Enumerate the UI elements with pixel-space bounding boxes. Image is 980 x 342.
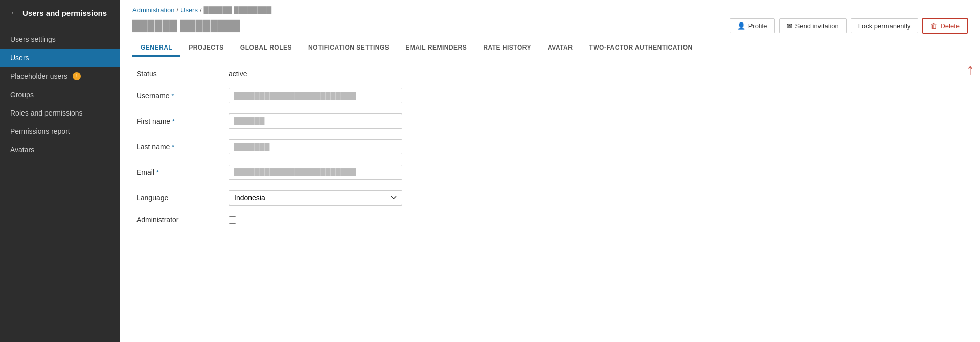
lock-permanently-button[interactable]: Lock permanently [851,18,919,33]
username-row: Username * [136,88,964,103]
sidebar-item-users[interactable]: Users [0,49,120,67]
breadcrumb: Administration / Users / ██████ ████████ [132,6,968,14]
sidebar-item-placeholder-users[interactable]: Placeholder users ! [0,67,120,85]
sidebar-item-avatars[interactable]: Avatars [0,141,120,159]
status-row: Status active [136,70,964,78]
envelope-icon: ✉ [787,22,792,30]
sidebar-item-permissions-report[interactable]: Permissions report [0,122,120,141]
email-row: Email * [136,165,964,180]
breadcrumb-current-user: ██████ ████████ [204,6,272,14]
sidebar-item-label: Users settings [10,35,56,43]
sidebar-nav: Users settings Users Placeholder users !… [0,26,120,342]
tab-projects[interactable]: PROJECTS [180,40,232,57]
breadcrumb-administration[interactable]: Administration [132,6,174,14]
sidebar-title-text: Users and permissions [22,9,107,17]
email-field[interactable] [229,165,402,180]
lastname-label: Last name * [136,143,229,151]
language-label: Language [136,194,229,202]
sidebar-item-label: Roles and permissions [10,109,83,117]
language-select[interactable]: Indonesia English Spanish French German [229,190,402,206]
header-actions: 👤 Profile ✉ Send invitation Lock permane… [730,18,968,34]
tab-notification-settings[interactable]: NOTIFICATION SETTINGS [300,40,397,57]
sidebar-title-area: ← Users and permissions [0,0,120,26]
tab-avatar[interactable]: AVATAR [539,40,581,57]
lastname-row: Last name * [136,139,964,154]
tab-two-factor-auth[interactable]: TWO-FACTOR AUTHENTICATION [581,40,700,57]
delete-label: Delete [940,22,960,30]
person-icon: 👤 [737,22,745,30]
content-header: Administration / Users / ██████ ████████… [120,0,980,57]
main-content: Administration / Users / ██████ ████████… [120,0,980,342]
delete-button[interactable]: 🗑 Delete [922,18,968,34]
page-title: ██████ ████████ [132,20,240,32]
lastname-field[interactable] [229,139,402,154]
administrator-row: Administrator [136,216,964,224]
username-field[interactable] [229,88,402,103]
send-invitation-label: Send invitation [795,22,839,30]
tab-email-reminders[interactable]: EMAIL REMINDERS [397,40,475,57]
sidebar-item-groups[interactable]: Groups [0,85,120,104]
language-row: Language Indonesia English Spanish Frenc… [136,190,964,206]
profile-label: Profile [748,22,767,30]
sidebar-item-users-settings[interactable]: Users settings [0,30,120,49]
breadcrumb-users[interactable]: Users [180,6,198,14]
email-label: Email * [136,168,229,176]
status-value: active [229,70,247,78]
back-icon[interactable]: ← [10,8,18,17]
sidebar-item-label: Avatars [10,146,34,154]
status-label: Status [136,70,229,78]
administrator-label: Administrator [136,216,229,224]
tabs: GENERAL PROJECTS GLOBAL ROLES NOTIFICATI… [132,40,968,57]
firstname-row: First name * [136,113,964,129]
sidebar-item-roles-permissions[interactable]: Roles and permissions [0,104,120,122]
sidebar-item-label: Permissions report [10,127,70,135]
trash-icon: 🗑 [930,22,937,30]
send-invitation-button[interactable]: ✉ Send invitation [779,18,847,33]
placeholder-badge: ! [73,72,81,80]
sidebar-item-label: Users [10,54,29,62]
content-body: Status active Username * First name * La… [120,57,980,342]
sidebar-item-label: Placeholder users [10,72,67,80]
user-name-row: ██████ ████████ 👤 Profile ✉ Send invitat… [132,18,968,34]
tab-global-roles[interactable]: GLOBAL ROLES [232,40,300,57]
tab-rate-history[interactable]: RATE HISTORY [475,40,539,57]
firstname-field[interactable] [229,113,402,129]
lock-permanently-label: Lock permanently [858,22,911,30]
administrator-checkbox[interactable] [229,216,236,224]
sidebar: ← Users and permissions Users settings U… [0,0,120,342]
delete-arrow-annotation: ↑ [967,61,974,78]
sidebar-item-label: Groups [10,90,34,99]
username-label: Username * [136,92,229,100]
profile-button[interactable]: 👤 Profile [730,18,775,33]
tab-general[interactable]: GENERAL [132,40,180,57]
firstname-label: First name * [136,117,229,125]
